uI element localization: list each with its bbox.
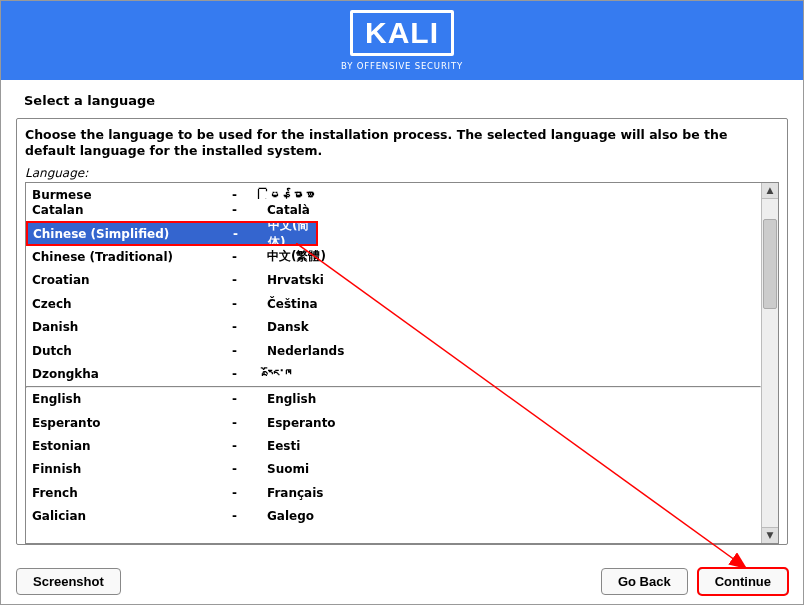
language-dash: - — [232, 320, 267, 334]
language-native-name: Esperanto — [267, 416, 761, 430]
language-dash: - — [232, 344, 267, 358]
language-row[interactable]: Galician-Galego — [26, 505, 761, 528]
language-native-name: Galego — [267, 509, 761, 523]
language-row[interactable]: Danish-Dansk — [26, 315, 761, 338]
language-native-name: 中文(简体) — [268, 217, 317, 251]
language-native-name: Nederlands — [267, 344, 761, 358]
language-row[interactable]: Catalan-Català — [26, 199, 761, 222]
language-native-name: རྫོང་ཁ — [267, 367, 761, 381]
screenshot-button[interactable]: Screenshot — [16, 568, 121, 595]
language-native-name: မြန်မာစာ — [267, 193, 761, 197]
language-dash: - — [232, 509, 267, 523]
language-english-name: Esperanto — [32, 416, 232, 430]
language-list: Burmese-မြန်မာစာCatalan-CatalàChinese (S… — [25, 182, 779, 544]
language-dash: - — [232, 297, 267, 311]
language-english-name: Chinese (Simplified) — [33, 227, 233, 241]
language-english-name: Galician — [32, 509, 232, 523]
language-row[interactable]: Chinese (Traditional)-中文(繁體) — [26, 245, 761, 268]
language-native-name: Català — [267, 203, 761, 217]
continue-button[interactable]: Continue — [698, 568, 788, 595]
language-english-name: Finnish — [32, 462, 232, 476]
language-dash: - — [232, 273, 267, 287]
go-back-button[interactable]: Go Back — [601, 568, 688, 595]
scroll-track[interactable] — [762, 199, 778, 527]
language-english-name: English — [32, 392, 232, 406]
language-english-name: Dzongkha — [32, 367, 232, 381]
scrollbar[interactable]: ▲ ▼ — [761, 183, 778, 543]
scroll-thumb[interactable] — [763, 219, 777, 309]
language-native-name: Français — [267, 486, 761, 500]
language-row[interactable]: Dzongkha-རྫོང་ཁ — [26, 362, 761, 385]
page-title: Select a language — [16, 90, 788, 118]
language-english-name: Catalan — [32, 203, 232, 217]
language-row[interactable]: English-English — [26, 388, 761, 411]
tagline: BY OFFENSIVE SECURITY — [341, 61, 463, 71]
language-row[interactable]: Estonian-Eesti — [26, 434, 761, 457]
language-dash: - — [233, 227, 268, 241]
kali-logo: KALI — [350, 10, 454, 56]
language-english-name: Chinese (Traditional) — [32, 250, 232, 264]
language-native-name: Suomi — [267, 462, 761, 476]
footer: Screenshot Go Back Continue — [16, 568, 788, 595]
language-dash: - — [232, 367, 267, 381]
language-native-name: Čeština — [267, 297, 761, 311]
language-english-name: French — [32, 486, 232, 500]
language-row[interactable]: Esperanto-Esperanto — [26, 411, 761, 434]
language-row[interactable]: Burmese-မြန်မာစာ — [26, 183, 761, 199]
language-row[interactable]: Czech-Čeština — [26, 292, 761, 315]
language-row[interactable]: Dutch-Nederlands — [26, 339, 761, 362]
language-native-name: English — [267, 392, 761, 406]
language-row[interactable]: Finnish-Suomi — [26, 458, 761, 481]
language-row[interactable]: Croatian-Hrvatski — [26, 269, 761, 292]
language-english-name: Estonian — [32, 439, 232, 453]
language-dash: - — [232, 203, 267, 217]
language-dash: - — [232, 439, 267, 453]
language-dash: - — [232, 416, 267, 430]
language-label: Language: — [25, 166, 779, 180]
language-row[interactable]: Chinese (Simplified)-中文(简体) — [27, 222, 317, 245]
language-english-name: Danish — [32, 320, 232, 334]
language-dash: - — [232, 462, 267, 476]
instruction-text: Choose the language to be used for the i… — [25, 127, 779, 160]
language-native-name: Hrvatski — [267, 273, 761, 287]
language-native-name: Eesti — [267, 439, 761, 453]
language-english-name: Burmese — [32, 193, 232, 197]
language-dash: - — [232, 250, 267, 264]
scroll-down-button[interactable]: ▼ — [762, 527, 778, 543]
language-native-name: Dansk — [267, 320, 761, 334]
language-dash: - — [232, 486, 267, 500]
language-english-name: Czech — [32, 297, 232, 311]
scroll-up-button[interactable]: ▲ — [762, 183, 778, 199]
language-dash: - — [232, 392, 267, 406]
language-english-name: Dutch — [32, 344, 232, 358]
main-frame: Choose the language to be used for the i… — [16, 118, 788, 545]
language-native-name: 中文(繁體) — [267, 248, 761, 265]
banner: KALI BY OFFENSIVE SECURITY — [1, 1, 803, 80]
language-dash: - — [232, 193, 267, 197]
language-row[interactable]: French-Français — [26, 481, 761, 504]
language-english-name: Croatian — [32, 273, 232, 287]
